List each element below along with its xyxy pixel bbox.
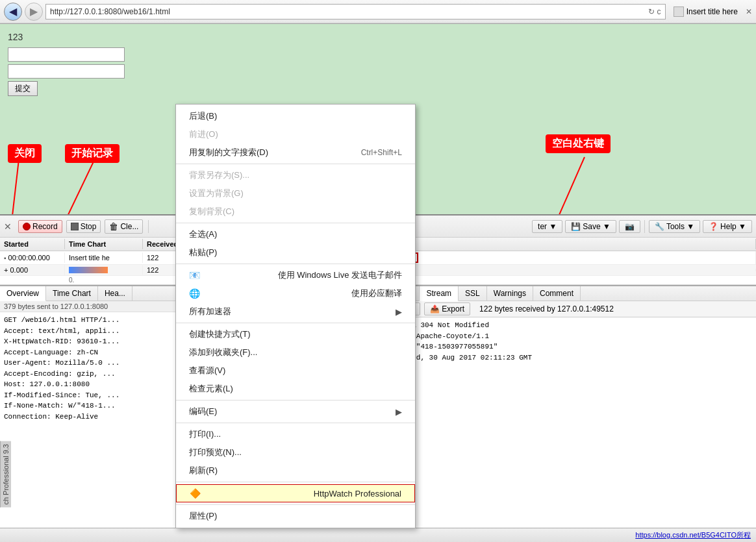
help-button[interactable]: ❓ Help ▼ — [703, 220, 752, 233]
menu-sep-1 — [176, 164, 415, 164]
menu-set-bg-label: 设置为背景(G) — [189, 188, 244, 199]
close-x[interactable]: ✕ — [4, 221, 12, 232]
menu-item-forward: 前进(O) — [176, 125, 415, 143]
menu-print-label: 打印(I)... — [189, 428, 221, 440]
stop-button[interactable]: Stop — [66, 220, 101, 233]
tab-title[interactable]: Insert title here — [687, 7, 738, 16]
response-etag: ETag: W/"418-1503977055891" — [382, 341, 752, 352]
export-button[interactable]: 📤 Export — [424, 302, 470, 315]
help-icon: ❓ — [709, 222, 718, 231]
menu-item-view-source[interactable]: 查看源(V) — [176, 362, 415, 380]
menu-item-save-bg: 背景另存为(S)... — [176, 166, 415, 184]
stop-icon — [71, 223, 79, 230]
menu-item-paste[interactable]: 粘贴(P) — [176, 243, 415, 262]
start-record-annotation: 开始记录 — [65, 144, 120, 163]
tools-icon: 🔧 — [655, 222, 664, 231]
menu-item-print[interactable]: 打印(I)... — [176, 425, 415, 443]
tools-button[interactable]: 🔧 Tools ▼ — [649, 220, 700, 233]
bing-icon: 🌐 — [189, 288, 200, 299]
save-button[interactable]: 💾 Save ▼ — [565, 220, 616, 233]
menu-item-inspect[interactable]: 检查元素(L) — [176, 380, 415, 398]
menu-add-favorites-label: 添加到收藏夹(F)... — [189, 347, 257, 358]
cell-started-2: + 0.000 — [0, 265, 65, 275]
export-icon: 📤 — [430, 304, 440, 314]
menu-item-send-email[interactable]: 📧 使用 Windows Live 发送电子邮件 — [176, 266, 415, 284]
save-label: Save ▼ — [583, 222, 611, 231]
timechart-text-1: Insert title he — [69, 254, 110, 262]
form-input-2[interactable] — [8, 64, 125, 79]
menu-save-bg-label: 背景另存为(S)... — [189, 169, 249, 181]
menu-sep-6 — [176, 423, 415, 423]
cell-started-1: ▪ 00:00:00.000 — [0, 253, 65, 263]
menu-item-add-favorites[interactable]: 添加到收藏夹(F)... — [176, 343, 415, 362]
started-plus-2: + 0.000 — [4, 266, 28, 274]
tab-timechart[interactable]: Time Chart — [46, 286, 98, 301]
menu-item-print-preview[interactable]: 打印预览(N)... — [176, 443, 415, 462]
tab-headers[interactable]: Hea... — [98, 286, 132, 301]
page-number: 123 — [8, 32, 748, 42]
save-icon: 💾 — [571, 222, 581, 231]
started-time-1: 00:00:00.000 — [8, 254, 50, 262]
menu-refresh-label: 刷新(R) — [189, 465, 218, 476]
record-button[interactable]: Record — [18, 220, 62, 233]
address-bar[interactable]: http://127.0.0.1:8080/web16/1.html ↻ c — [45, 4, 666, 19]
forward-button[interactable]: ▶ — [25, 3, 43, 21]
menu-httpwatch-label: HttpWatch Professional — [314, 489, 401, 499]
col-header-started[interactable]: Started — [0, 239, 65, 249]
filter-button[interactable]: ter ▼ — [532, 220, 562, 233]
tab-warnings[interactable]: Warnings — [487, 286, 533, 301]
menu-item-search-copy[interactable]: 用复制的文字搜索(D)Ctrl+Shift+L — [176, 143, 415, 162]
clear-button[interactable]: 🗑 Cle... — [105, 219, 143, 234]
form-submit-button[interactable]: 提交 — [8, 81, 38, 96]
detail-right-tabs: ...ontent Stream SSL Warnings Comment — [378, 286, 756, 301]
encoding-arrow: ▶ — [396, 407, 402, 417]
menu-forward-label: 前进(O) — [189, 129, 218, 140]
send-email-icon: 📧 — [189, 270, 200, 280]
menu-item-select-all[interactable]: 全选(A) — [176, 225, 415, 243]
col-header-timechart[interactable]: Time Chart — [65, 239, 143, 249]
browser-toolbar: ◀ ▶ http://127.0.0.1:8080/web16/1.html ↻… — [0, 0, 756, 23]
httpwatch-icon: 🔶 — [190, 488, 201, 499]
right-buttons: ter ▼ 💾 Save ▼ 📷 🔧 Tools ▼ ❓ Help ▼ — [532, 220, 752, 233]
right-detail-toolbar: 🔍 Find 📤 Export 122 bytes received by 12… — [378, 301, 756, 317]
menu-item-httpwatch[interactable]: 🔶 HttpWatch Professional — [176, 484, 415, 502]
tab-comment[interactable]: Comment — [533, 286, 581, 301]
back-button[interactable]: ◀ — [4, 3, 22, 21]
menu-item-create-shortcut[interactable]: 创建快捷方式(T) — [176, 325, 415, 343]
tab-favicon — [674, 6, 684, 17]
tab-close-button[interactable]: ✕ — [746, 7, 752, 16]
menu-item-refresh[interactable]: 刷新(R) — [176, 462, 415, 480]
tab-overview[interactable]: Overview — [0, 286, 46, 301]
camera-button[interactable]: 📷 — [619, 220, 640, 233]
accelerators-arrow: ▶ — [396, 307, 402, 317]
tab-ssl[interactable]: SSL — [459, 286, 487, 301]
status-url: https://blog.csdn.net/B5G4CITO所程 — [635, 530, 751, 540]
menu-item-set-bg: 设置为背景(G) — [176, 184, 415, 203]
menu-back-label: 后退(B) — [189, 110, 217, 122]
status-bar: https://blog.csdn.net/B5G4CITO所程 — [0, 528, 756, 542]
menu-item-encoding[interactable]: 编码(E)▶ — [176, 402, 415, 421]
tab-stream[interactable]: Stream — [420, 286, 459, 301]
detail-right-panel: ...ontent Stream SSL Warnings Comment 🔍 … — [378, 286, 756, 528]
filter-label: ter ▼ — [538, 222, 557, 231]
clear-icon: 🗑 — [109, 221, 118, 232]
menu-item-bing-translate[interactable]: 🌐 使用必应翻译 — [176, 284, 415, 302]
menu-sep-4 — [176, 323, 415, 323]
scale-zero: 0. — [69, 277, 74, 284]
expand-icon-1: ▪ — [4, 254, 6, 262]
menu-item-properties[interactable]: 屋性(P) — [176, 507, 415, 525]
form-input-1[interactable] — [8, 47, 125, 62]
menu-view-source-label: 查看源(V) — [189, 365, 225, 376]
menu-properties-label: 屋性(P) — [189, 510, 217, 522]
clear-label: Cle... — [120, 222, 138, 231]
menu-bing-translate-label: 使用必应翻译 — [351, 288, 402, 299]
tools-label: Tools ▼ — [666, 222, 694, 231]
toolbar-separator-1 — [148, 220, 149, 233]
address-text: http://127.0.0.1:8080/web16/1.html — [50, 7, 648, 16]
right-detail-header: 122 bytes received by 127.0.0.1:49512 — [479, 304, 614, 314]
browser-chrome: ◀ ▶ http://127.0.0.1:8080/web16/1.html ↻… — [0, 0, 756, 24]
menu-item-accelerators[interactable]: 所有加速器▶ — [176, 302, 415, 321]
menu-item-back[interactable]: 后退(B) — [176, 107, 415, 125]
camera-icon: 📷 — [625, 222, 635, 231]
response-server: Server: Apache-Coyote/1.1 — [382, 331, 752, 342]
